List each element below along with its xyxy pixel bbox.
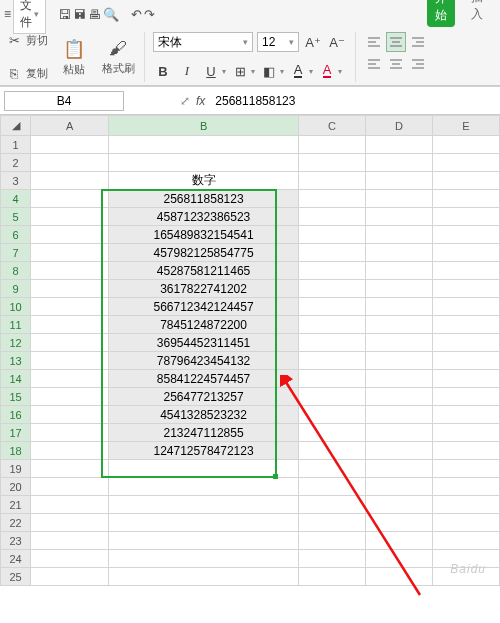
cell-C21[interactable] [299,496,366,514]
cell-C2[interactable] [299,154,366,172]
cell-A8[interactable] [31,262,109,280]
cell-A19[interactable] [31,460,109,478]
row-header-17[interactable]: 17 [1,424,31,442]
cell-D17[interactable] [366,424,433,442]
cell-A7[interactable] [31,244,109,262]
decrease-font-button[interactable]: A⁻ [327,32,347,52]
cell-B19[interactable] [109,460,299,478]
row-header-12[interactable]: 12 [1,334,31,352]
cell-D23[interactable] [366,532,433,550]
cell-A15[interactable] [31,388,109,406]
cell-B7[interactable]: 457982125854775 [109,244,299,262]
chevron-down-icon[interactable]: ▾ [280,67,284,76]
row-header-15[interactable]: 15 [1,388,31,406]
cell-A9[interactable] [31,280,109,298]
cell-B18[interactable]: 124712578472123 [109,442,299,460]
cell-A5[interactable] [31,208,109,226]
cell-E18[interactable] [433,442,500,460]
cell-C3[interactable] [299,172,366,190]
cell-A17[interactable] [31,424,109,442]
cell-D2[interactable] [366,154,433,172]
cell-C14[interactable] [299,370,366,388]
row-header-7[interactable]: 7 [1,244,31,262]
cell-B22[interactable] [109,514,299,532]
cell-A16[interactable] [31,406,109,424]
cell-C1[interactable] [299,136,366,154]
cell-D5[interactable] [366,208,433,226]
cell-A24[interactable] [31,550,109,568]
cut-icon[interactable]: ✂ [6,32,22,48]
row-header-11[interactable]: 11 [1,316,31,334]
cell-D15[interactable] [366,388,433,406]
chevron-down-icon[interactable]: ▾ [309,67,313,76]
row-header-24[interactable]: 24 [1,550,31,568]
cell-A6[interactable] [31,226,109,244]
cell-D14[interactable] [366,370,433,388]
cell-A2[interactable] [31,154,109,172]
row-header-6[interactable]: 6 [1,226,31,244]
align-top-center[interactable] [386,32,406,52]
cell-E4[interactable] [433,190,500,208]
col-header-A[interactable]: A [31,116,109,136]
cell-E21[interactable] [433,496,500,514]
font-size-select[interactable]: 12 ▾ [257,32,299,52]
cell-A25[interactable] [31,568,109,586]
cell-C12[interactable] [299,334,366,352]
cell-C15[interactable] [299,388,366,406]
cell-E10[interactable] [433,298,500,316]
cell-B2[interactable] [109,154,299,172]
cell-A4[interactable] [31,190,109,208]
cell-B23[interactable] [109,532,299,550]
cell-B1[interactable] [109,136,299,154]
cell-A18[interactable] [31,442,109,460]
italic-button[interactable]: I [177,61,197,81]
formula-input[interactable] [211,91,496,111]
bold-button[interactable]: B [153,61,173,81]
cell-C5[interactable] [299,208,366,226]
cell-B17[interactable]: 213247112855 [109,424,299,442]
cell-E22[interactable] [433,514,500,532]
cell-B9[interactable]: 3617822741202 [109,280,299,298]
cell-D25[interactable] [366,568,433,586]
cell-B14[interactable]: 85841224574457 [109,370,299,388]
cell-D16[interactable] [366,406,433,424]
cell-C10[interactable] [299,298,366,316]
spreadsheet-grid[interactable]: ◢ABCDE 123数字4256811858123545871232386523… [0,115,500,586]
cell-C13[interactable] [299,352,366,370]
cell-B3[interactable]: 数字 [109,172,299,190]
cell-C6[interactable] [299,226,366,244]
undo-icon[interactable]: ↶ [131,5,142,23]
cell-C11[interactable] [299,316,366,334]
font-name-select[interactable]: 宋体 ▾ [153,32,253,52]
col-header-C[interactable]: C [299,116,366,136]
col-header-B[interactable]: B [109,116,299,136]
col-header-E[interactable]: E [433,116,500,136]
cell-E17[interactable] [433,424,500,442]
redo-icon[interactable]: ↷ [144,5,155,23]
cell-C20[interactable] [299,478,366,496]
cell-C19[interactable] [299,460,366,478]
cell-C4[interactable] [299,190,366,208]
row-header-21[interactable]: 21 [1,496,31,514]
row-header-9[interactable]: 9 [1,280,31,298]
cell-E6[interactable] [433,226,500,244]
border-button[interactable]: ⊞ [230,61,250,81]
cell-E3[interactable] [433,172,500,190]
cell-E5[interactable] [433,208,500,226]
fx-icon[interactable]: fx [196,94,205,108]
row-header-20[interactable]: 20 [1,478,31,496]
cell-D18[interactable] [366,442,433,460]
cell-D1[interactable] [366,136,433,154]
cell-D10[interactable] [366,298,433,316]
row-header-3[interactable]: 3 [1,172,31,190]
cell-B6[interactable]: 165489832154541 [109,226,299,244]
cell-D6[interactable] [366,226,433,244]
cell-C18[interactable] [299,442,366,460]
cell-B20[interactable] [109,478,299,496]
cell-B21[interactable] [109,496,299,514]
cell-C8[interactable] [299,262,366,280]
cell-C16[interactable] [299,406,366,424]
print-icon[interactable]: 🖶 [88,5,101,23]
cell-E19[interactable] [433,460,500,478]
cell-A11[interactable] [31,316,109,334]
